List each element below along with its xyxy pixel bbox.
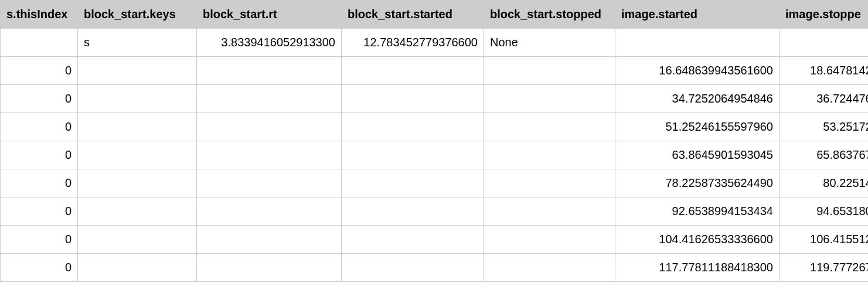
table-cell[interactable] [78, 169, 197, 197]
data-table[interactable]: s.thisIndex block_start.keys block_start… [0, 0, 868, 282]
column-header[interactable]: image.stoppe [780, 1, 869, 29]
table-cell[interactable] [484, 169, 615, 197]
table-cell[interactable] [78, 113, 197, 141]
table-cell[interactable] [342, 57, 484, 85]
table-cell[interactable] [197, 141, 342, 169]
column-header[interactable]: block_start.started [342, 1, 484, 29]
table-cell[interactable]: 0 [1, 254, 78, 282]
table-row[interactable]: s3.833941605291330012.783452779376600Non… [1, 29, 869, 57]
table-cell[interactable] [484, 85, 615, 113]
table-cell[interactable] [197, 254, 342, 282]
column-header[interactable]: block_start.stopped [484, 1, 615, 29]
table-cell[interactable] [342, 113, 484, 141]
header-row: s.thisIndex block_start.keys block_start… [1, 1, 869, 29]
table-cell[interactable] [342, 85, 484, 113]
table-cell[interactable] [78, 254, 197, 282]
table-cell[interactable]: 0 [1, 226, 78, 254]
column-header[interactable]: block_start.rt [197, 1, 342, 29]
table-cell[interactable]: 92.6538994153434 [615, 197, 780, 226]
table-row[interactable]: 034.725206495484636.72447668 [1, 85, 869, 113]
table-cell[interactable]: 0 [1, 197, 78, 226]
table-cell[interactable] [78, 85, 197, 113]
table-row[interactable]: 051.2524615559796053.2517257 [1, 113, 869, 141]
table-row[interactable]: 0117.77811188418300119.77726730 [1, 254, 869, 282]
table-cell[interactable]: 106.41551209 [780, 226, 869, 254]
table-cell[interactable] [1, 29, 78, 57]
table-cell[interactable] [197, 85, 342, 113]
table-cell[interactable] [342, 226, 484, 254]
table-cell[interactable] [780, 29, 869, 57]
table-cell[interactable] [484, 57, 615, 85]
table-cell[interactable] [342, 254, 484, 282]
table-row[interactable]: 092.653899415343494.65318012 [1, 197, 869, 226]
table-cell[interactable]: 3.8339416052913300 [197, 29, 342, 57]
table-cell[interactable]: 53.2517257 [780, 113, 869, 141]
table-cell[interactable]: 34.7252064954846 [615, 85, 780, 113]
table-cell[interactable] [78, 197, 197, 226]
table-cell[interactable] [197, 113, 342, 141]
table-cell[interactable] [197, 197, 342, 226]
table-cell[interactable]: s [78, 29, 197, 57]
table-cell[interactable]: 36.72447668 [780, 85, 869, 113]
table-cell[interactable]: 94.65318012 [780, 197, 869, 226]
table-body: s3.833941605291330012.783452779376600Non… [1, 29, 869, 282]
table-cell[interactable]: 18.647814292 [780, 57, 869, 85]
column-header[interactable]: block_start.keys [78, 1, 197, 29]
table-row[interactable]: 063.864590159304565.86376721 [1, 141, 869, 169]
table-cell[interactable] [342, 169, 484, 197]
table-cell[interactable]: 78.22587335624490 [615, 169, 780, 197]
table-cell[interactable] [197, 169, 342, 197]
table-cell[interactable] [342, 141, 484, 169]
table-cell[interactable]: 65.86376721 [780, 141, 869, 169]
table-cell[interactable]: 117.77811188418300 [615, 254, 780, 282]
table-cell[interactable] [484, 197, 615, 226]
table-cell[interactable] [615, 29, 780, 57]
table-cell[interactable]: 80.2251408 [780, 169, 869, 197]
table-cell[interactable]: 12.783452779376600 [342, 29, 484, 57]
table-cell[interactable]: 51.25246155597960 [615, 113, 780, 141]
table-cell[interactable]: 0 [1, 141, 78, 169]
table-cell[interactable]: 63.8645901593045 [615, 141, 780, 169]
table-row[interactable]: 0104.41626533336600106.41551209 [1, 226, 869, 254]
table-cell[interactable]: 0 [1, 57, 78, 85]
table-cell[interactable] [484, 254, 615, 282]
table-cell[interactable] [484, 226, 615, 254]
table-cell[interactable] [197, 226, 342, 254]
table-row[interactable]: 016.64863994356160018.647814292 [1, 57, 869, 85]
table-cell[interactable]: 119.77726730 [780, 254, 869, 282]
table-cell[interactable]: 16.648639943561600 [615, 57, 780, 85]
table-cell[interactable] [78, 141, 197, 169]
column-header[interactable]: image.started [615, 1, 780, 29]
table-cell[interactable]: 0 [1, 169, 78, 197]
table-cell[interactable] [78, 226, 197, 254]
table-cell[interactable] [484, 141, 615, 169]
table-cell[interactable]: 0 [1, 113, 78, 141]
table-row[interactable]: 078.2258733562449080.2251408 [1, 169, 869, 197]
table-cell[interactable] [78, 57, 197, 85]
table-cell[interactable] [342, 197, 484, 226]
table-cell[interactable]: 0 [1, 85, 78, 113]
table-cell[interactable] [197, 57, 342, 85]
table-cell[interactable] [484, 113, 615, 141]
table-cell[interactable]: 104.41626533336600 [615, 226, 780, 254]
table-cell[interactable]: None [484, 29, 615, 57]
column-header[interactable]: s.thisIndex [1, 1, 78, 29]
